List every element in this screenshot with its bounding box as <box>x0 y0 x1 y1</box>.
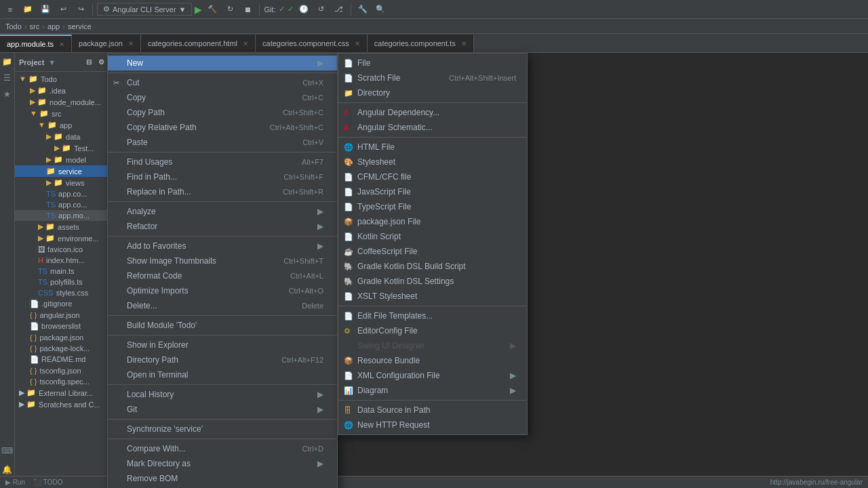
ctx-git[interactable]: Git ▶ <box>108 402 337 417</box>
sub-stylesheet[interactable]: 🎨 Stylesheet <box>338 155 527 169</box>
sub-stylesheet-label: Stylesheet <box>357 157 395 167</box>
sub-gradle-settings[interactable]: 🐘 Gradle Kotlin DSL Settings <box>338 274 527 289</box>
tab-categories-css[interactable]: categories.component.css ✕ <box>256 35 368 52</box>
ctx-replace-in-path[interactable]: Replace in Path... Ctrl+Shift+R <box>108 184 337 199</box>
toolbar-menu-btn[interactable]: ≡ <box>3 2 18 17</box>
ctx-add-favorites[interactable]: Add to Favorites ▶ <box>108 239 337 253</box>
ctx-copy-relative[interactable]: Copy Relative Path Ctrl+Alt+Shift+C <box>108 120 337 135</box>
ctx-cut[interactable]: ✂ Cut Ctrl+X <box>108 75 337 90</box>
ctx-build-module[interactable]: Build Module 'Todo' <box>108 318 337 333</box>
sub-data-source[interactable]: 🗄 Data Source in Path <box>338 403 527 418</box>
ctx-compare-with[interactable]: Compare With... Ctrl+D <box>108 441 337 456</box>
sub-editorconfig-label: EditorConfig File <box>357 326 418 336</box>
tab-categories-html-close[interactable]: ✕ <box>243 40 248 47</box>
tab-categories-ts-close[interactable]: ✕ <box>461 40 467 47</box>
breadcrumb-item-service[interactable]: service <box>68 22 92 30</box>
build-btn[interactable]: 🔨 <box>205 2 220 17</box>
git-revert-btn[interactable]: ↺ <box>314 2 329 17</box>
xml-config-icon: 📄 <box>344 371 353 380</box>
status-todo[interactable]: ⬛ TODO <box>33 479 62 486</box>
sub-xml-config[interactable]: 📄 XML Configuration File ▶ <box>338 368 527 383</box>
ctx-paste[interactable]: Paste Ctrl+V <box>108 135 337 150</box>
git-check2[interactable]: ✓ <box>288 5 294 14</box>
breadcrumb-item-todo[interactable]: Todo <box>5 22 22 30</box>
sub-cfml[interactable]: 📄 CFML/CFC file <box>338 169 527 184</box>
ctx-find-in-path[interactable]: Find in Path... Ctrl+Shift+F <box>108 169 337 184</box>
ctx-analyze[interactable]: Analyze ▶ <box>108 204 337 219</box>
ctx-show-explorer[interactable]: Show in Explorer <box>108 338 337 352</box>
sub-typescript[interactable]: 📄 TypeScript File <box>338 199 527 214</box>
status-run[interactable]: ▶ Run <box>5 479 25 486</box>
sub-angular-dep[interactable]: A Angular Dependency... <box>338 105 527 120</box>
toolbar-open-btn[interactable]: 📁 <box>20 2 35 17</box>
sub-http-request[interactable]: 🌐 New HTTP Request <box>338 418 527 432</box>
ctx-copy[interactable]: Copy Ctrl+C <box>108 90 337 105</box>
toolbar-undo-btn[interactable]: ↩ <box>56 2 71 17</box>
ctx-show-thumbnails[interactable]: Show Image Thumbnails Ctrl+Shift+T <box>108 253 337 268</box>
sub-diagram[interactable]: 📊 Diagram ▶ <box>338 383 527 398</box>
sub-html[interactable]: 🌐 HTML File <box>338 140 527 155</box>
sub-editorconfig[interactable]: ⚙ EditorConfig File <box>338 323 527 338</box>
sub-coffeescript[interactable]: ☕ CoffeeScript File <box>338 244 527 259</box>
toolbar-redo-btn[interactable]: ↪ <box>73 2 88 17</box>
run-btn[interactable]: ▶ <box>195 4 202 15</box>
ctx-find-usages[interactable]: Find Usages Alt+F7 <box>108 155 337 169</box>
ctx-dir-path[interactable]: Directory Path Ctrl+Alt+F12 <box>108 352 337 367</box>
sub-cfml-label: CFML/CFC file <box>357 172 411 182</box>
ctx-new[interactable]: New ▶ <box>108 56 337 70</box>
ctx-mark-directory[interactable]: Mark Directory as ▶ <box>108 456 337 471</box>
structure-icon-btn[interactable]: ☰ <box>1 72 14 84</box>
breadcrumb-item-app[interactable]: app <box>47 22 60 30</box>
xslt-icon: 📄 <box>344 292 353 301</box>
sub-angular-schematic[interactable]: A Angular Schematic... <box>338 120 527 135</box>
ctx-refactor[interactable]: Refactor ▶ <box>108 219 337 234</box>
favorites-icon-btn[interactable]: ★ <box>1 88 14 100</box>
project-icon-btn[interactable]: 📁 <box>1 56 14 68</box>
ctx-optimize[interactable]: Optimize Imports Ctrl+Alt+O <box>108 283 337 298</box>
sub-swing[interactable]: Swing UI Designer ▶ <box>338 338 527 353</box>
tab-package-json[interactable]: package.json ✕ <box>72 35 141 52</box>
git-branch-btn[interactable]: ⎇ <box>332 2 347 17</box>
breadcrumb-item-src[interactable]: src <box>30 22 40 30</box>
ctx-remove-bom[interactable]: Remove BOM <box>108 471 337 486</box>
ctx-synchronize[interactable]: Synchronize 'service' <box>108 422 337 436</box>
event-log-btn[interactable]: 🔔 <box>1 464 14 476</box>
ctx-copy-path[interactable]: Copy Path Ctrl+Shift+C <box>108 105 337 120</box>
ctx-local-history[interactable]: Local History ▶ <box>108 387 337 402</box>
tab-categories-css-close[interactable]: ✕ <box>355 40 360 47</box>
tab-package-json-close[interactable]: ✕ <box>128 40 134 47</box>
sub-kotlin[interactable]: 📄 Kotlin Script <box>338 229 527 244</box>
ctx-delete[interactable]: Delete... Delete <box>108 298 337 313</box>
tab-categories-ts[interactable]: categories.component.ts ✕ <box>368 35 474 52</box>
ctx-copy-label: Copy <box>127 93 146 102</box>
toolbar-search[interactable]: 🔍 <box>373 2 388 17</box>
tab-categories-html[interactable]: categories.component.html ✕ <box>141 35 256 52</box>
sidebar-settings-btn[interactable]: ⚙ <box>96 57 106 68</box>
sidebar-collapse-btn[interactable]: ⊟ <box>83 57 94 68</box>
sub-xslt[interactable]: 📄 XSLT Stylesheet <box>338 289 527 304</box>
git-history-btn[interactable]: 🕐 <box>296 2 311 17</box>
ctx-reformat[interactable]: Reformat Code Ctrl+Alt+L <box>108 268 337 283</box>
sub-edit-templates[interactable]: 📄 Edit File Templates... <box>338 308 527 323</box>
server-dropdown[interactable]: ⚙ Angular CLI Server ▼ <box>97 3 192 16</box>
sub-package-json[interactable]: 📦 package.json File <box>338 214 527 229</box>
sub-directory[interactable]: 📁 Directory <box>338 85 527 100</box>
sub-scratch[interactable]: 📄 Scratch File Ctrl+Alt+Shift+Insert <box>338 70 527 85</box>
sub-file-label: File <box>357 58 370 68</box>
git-check1[interactable]: ✓ <box>279 5 285 14</box>
reload-btn[interactable]: ↻ <box>222 2 237 17</box>
toolbar-settings[interactable]: 🔧 <box>355 2 370 17</box>
sub-resource-bundle[interactable]: 📦 Resource Bundle <box>338 353 527 368</box>
toolbar-save-btn[interactable]: 💾 <box>38 2 53 17</box>
sub-scratch-label: Scratch File <box>357 73 400 83</box>
sub-file[interactable]: 📄 File <box>338 56 527 70</box>
tab-app-module-close[interactable]: ✕ <box>59 41 64 48</box>
terminal-icon-btn[interactable]: ⌨ <box>1 445 14 457</box>
cfml-icon: 📄 <box>344 173 353 182</box>
ctx-open-terminal[interactable]: Open in Terminal <box>108 367 337 382</box>
top-toolbar: ≡ 📁 💾 ↩ ↪ ⚙ Angular CLI Server ▼ ▶ 🔨 ↻ ⏹… <box>0 0 868 19</box>
sub-javascript[interactable]: 📄 JavaScript File <box>338 184 527 199</box>
tab-app-module[interactable]: app.module.ts ✕ <box>0 35 72 52</box>
sub-gradle-dsl[interactable]: 🐘 Gradle Kotlin DSL Build Script <box>338 259 527 274</box>
toolbar-btn4[interactable]: ⏹ <box>240 2 255 17</box>
